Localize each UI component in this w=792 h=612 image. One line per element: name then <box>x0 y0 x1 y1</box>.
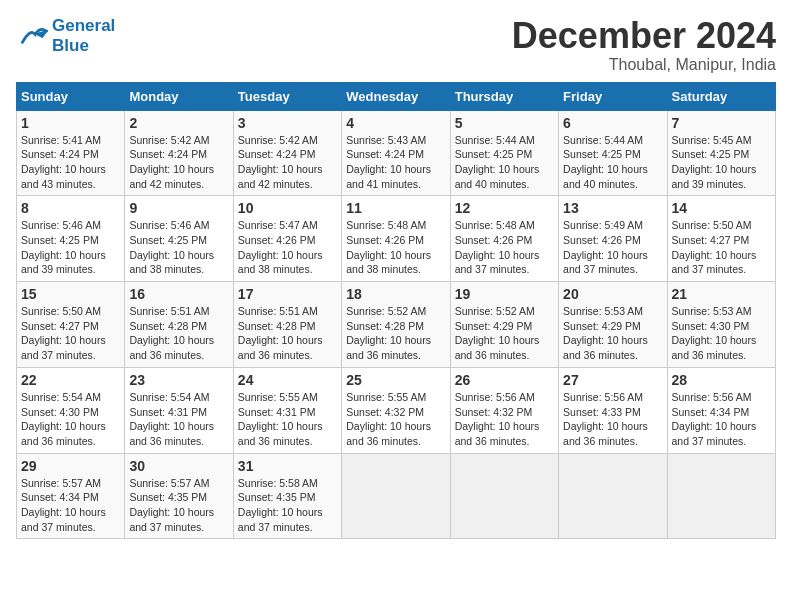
day-info: Sunrise: 5:53 AMSunset: 4:30 PMDaylight:… <box>672 304 771 363</box>
day-number: 5 <box>455 115 554 131</box>
day-number: 4 <box>346 115 445 131</box>
day-number: 19 <box>455 286 554 302</box>
page-header: General Blue December 2024 Thoubal, Mani… <box>16 16 776 74</box>
day-number: 15 <box>21 286 120 302</box>
day-info: Sunrise: 5:55 AMSunset: 4:32 PMDaylight:… <box>346 390 445 449</box>
header-tuesday: Tuesday <box>233 82 341 110</box>
day-cell-26: 26Sunrise: 5:56 AMSunset: 4:32 PMDayligh… <box>450 367 558 453</box>
day-info: Sunrise: 5:56 AMSunset: 4:34 PMDaylight:… <box>672 390 771 449</box>
day-number: 16 <box>129 286 228 302</box>
day-cell-7: 7Sunrise: 5:45 AMSunset: 4:25 PMDaylight… <box>667 110 775 196</box>
day-number: 10 <box>238 200 337 216</box>
day-cell-1: 1Sunrise: 5:41 AMSunset: 4:24 PMDaylight… <box>17 110 125 196</box>
day-cell-19: 19Sunrise: 5:52 AMSunset: 4:29 PMDayligh… <box>450 282 558 368</box>
day-cell-2: 2Sunrise: 5:42 AMSunset: 4:24 PMDaylight… <box>125 110 233 196</box>
day-number: 31 <box>238 458 337 474</box>
day-cell-20: 20Sunrise: 5:53 AMSunset: 4:29 PMDayligh… <box>559 282 667 368</box>
header-saturday: Saturday <box>667 82 775 110</box>
day-number: 29 <box>21 458 120 474</box>
day-cell-13: 13Sunrise: 5:49 AMSunset: 4:26 PMDayligh… <box>559 196 667 282</box>
header-thursday: Thursday <box>450 82 558 110</box>
header-wednesday: Wednesday <box>342 82 450 110</box>
day-info: Sunrise: 5:51 AMSunset: 4:28 PMDaylight:… <box>238 304 337 363</box>
day-number: 2 <box>129 115 228 131</box>
day-number: 21 <box>672 286 771 302</box>
day-info: Sunrise: 5:54 AMSunset: 4:31 PMDaylight:… <box>129 390 228 449</box>
empty-cell <box>450 453 558 539</box>
day-cell-18: 18Sunrise: 5:52 AMSunset: 4:28 PMDayligh… <box>342 282 450 368</box>
day-number: 1 <box>21 115 120 131</box>
day-number: 24 <box>238 372 337 388</box>
day-cell-14: 14Sunrise: 5:50 AMSunset: 4:27 PMDayligh… <box>667 196 775 282</box>
day-info: Sunrise: 5:51 AMSunset: 4:28 PMDaylight:… <box>129 304 228 363</box>
day-info: Sunrise: 5:58 AMSunset: 4:35 PMDaylight:… <box>238 476 337 535</box>
day-info: Sunrise: 5:47 AMSunset: 4:26 PMDaylight:… <box>238 218 337 277</box>
day-info: Sunrise: 5:49 AMSunset: 4:26 PMDaylight:… <box>563 218 662 277</box>
day-number: 6 <box>563 115 662 131</box>
empty-cell <box>342 453 450 539</box>
day-cell-25: 25Sunrise: 5:55 AMSunset: 4:32 PMDayligh… <box>342 367 450 453</box>
day-cell-30: 30Sunrise: 5:57 AMSunset: 4:35 PMDayligh… <box>125 453 233 539</box>
day-info: Sunrise: 5:53 AMSunset: 4:29 PMDaylight:… <box>563 304 662 363</box>
calendar-week-3: 15Sunrise: 5:50 AMSunset: 4:27 PMDayligh… <box>17 282 776 368</box>
day-cell-31: 31Sunrise: 5:58 AMSunset: 4:35 PMDayligh… <box>233 453 341 539</box>
day-number: 17 <box>238 286 337 302</box>
day-info: Sunrise: 5:54 AMSunset: 4:30 PMDaylight:… <box>21 390 120 449</box>
weekday-header-row: Sunday Monday Tuesday Wednesday Thursday… <box>17 82 776 110</box>
day-cell-27: 27Sunrise: 5:56 AMSunset: 4:33 PMDayligh… <box>559 367 667 453</box>
day-info: Sunrise: 5:44 AMSunset: 4:25 PMDaylight:… <box>455 133 554 192</box>
logo-icon <box>16 20 48 52</box>
day-info: Sunrise: 5:48 AMSunset: 4:26 PMDaylight:… <box>455 218 554 277</box>
day-cell-22: 22Sunrise: 5:54 AMSunset: 4:30 PMDayligh… <box>17 367 125 453</box>
day-cell-10: 10Sunrise: 5:47 AMSunset: 4:26 PMDayligh… <box>233 196 341 282</box>
day-number: 30 <box>129 458 228 474</box>
day-number: 27 <box>563 372 662 388</box>
title-block: December 2024 Thoubal, Manipur, India <box>512 16 776 74</box>
calendar-week-4: 22Sunrise: 5:54 AMSunset: 4:30 PMDayligh… <box>17 367 776 453</box>
calendar-table: Sunday Monday Tuesday Wednesday Thursday… <box>16 82 776 540</box>
calendar-week-2: 8Sunrise: 5:46 AMSunset: 4:25 PMDaylight… <box>17 196 776 282</box>
day-cell-11: 11Sunrise: 5:48 AMSunset: 4:26 PMDayligh… <box>342 196 450 282</box>
empty-cell <box>667 453 775 539</box>
day-info: Sunrise: 5:43 AMSunset: 4:24 PMDaylight:… <box>346 133 445 192</box>
day-cell-17: 17Sunrise: 5:51 AMSunset: 4:28 PMDayligh… <box>233 282 341 368</box>
day-info: Sunrise: 5:55 AMSunset: 4:31 PMDaylight:… <box>238 390 337 449</box>
day-cell-21: 21Sunrise: 5:53 AMSunset: 4:30 PMDayligh… <box>667 282 775 368</box>
day-cell-24: 24Sunrise: 5:55 AMSunset: 4:31 PMDayligh… <box>233 367 341 453</box>
day-info: Sunrise: 5:56 AMSunset: 4:32 PMDaylight:… <box>455 390 554 449</box>
day-number: 20 <box>563 286 662 302</box>
day-number: 13 <box>563 200 662 216</box>
day-cell-3: 3Sunrise: 5:42 AMSunset: 4:24 PMDaylight… <box>233 110 341 196</box>
day-info: Sunrise: 5:46 AMSunset: 4:25 PMDaylight:… <box>129 218 228 277</box>
logo: General Blue <box>16 16 115 55</box>
day-number: 3 <box>238 115 337 131</box>
day-info: Sunrise: 5:52 AMSunset: 4:28 PMDaylight:… <box>346 304 445 363</box>
day-number: 28 <box>672 372 771 388</box>
day-info: Sunrise: 5:42 AMSunset: 4:24 PMDaylight:… <box>238 133 337 192</box>
day-info: Sunrise: 5:45 AMSunset: 4:25 PMDaylight:… <box>672 133 771 192</box>
header-sunday: Sunday <box>17 82 125 110</box>
day-cell-15: 15Sunrise: 5:50 AMSunset: 4:27 PMDayligh… <box>17 282 125 368</box>
day-number: 18 <box>346 286 445 302</box>
day-cell-9: 9Sunrise: 5:46 AMSunset: 4:25 PMDaylight… <box>125 196 233 282</box>
day-info: Sunrise: 5:44 AMSunset: 4:25 PMDaylight:… <box>563 133 662 192</box>
day-cell-29: 29Sunrise: 5:57 AMSunset: 4:34 PMDayligh… <box>17 453 125 539</box>
day-number: 14 <box>672 200 771 216</box>
header-friday: Friday <box>559 82 667 110</box>
day-info: Sunrise: 5:46 AMSunset: 4:25 PMDaylight:… <box>21 218 120 277</box>
day-number: 9 <box>129 200 228 216</box>
day-info: Sunrise: 5:57 AMSunset: 4:35 PMDaylight:… <box>129 476 228 535</box>
day-cell-6: 6Sunrise: 5:44 AMSunset: 4:25 PMDaylight… <box>559 110 667 196</box>
day-number: 25 <box>346 372 445 388</box>
day-number: 23 <box>129 372 228 388</box>
day-cell-4: 4Sunrise: 5:43 AMSunset: 4:24 PMDaylight… <box>342 110 450 196</box>
logo-text: General Blue <box>52 16 115 55</box>
day-info: Sunrise: 5:56 AMSunset: 4:33 PMDaylight:… <box>563 390 662 449</box>
day-info: Sunrise: 5:57 AMSunset: 4:34 PMDaylight:… <box>21 476 120 535</box>
empty-cell <box>559 453 667 539</box>
day-info: Sunrise: 5:50 AMSunset: 4:27 PMDaylight:… <box>21 304 120 363</box>
day-cell-16: 16Sunrise: 5:51 AMSunset: 4:28 PMDayligh… <box>125 282 233 368</box>
month-title: December 2024 <box>512 16 776 56</box>
day-cell-8: 8Sunrise: 5:46 AMSunset: 4:25 PMDaylight… <box>17 196 125 282</box>
location: Thoubal, Manipur, India <box>512 56 776 74</box>
